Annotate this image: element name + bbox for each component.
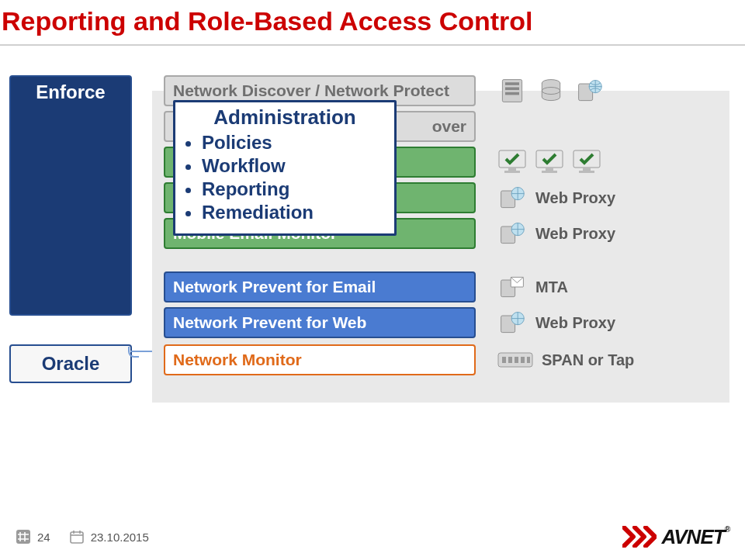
mail-server-icon [497, 273, 528, 301]
callout-item-policies: Policies [202, 131, 383, 154]
monitor-check-icon [497, 148, 528, 176]
label-web-proxy: Web Proxy [535, 225, 615, 243]
server-icon [497, 77, 528, 105]
globe-server-icon [497, 309, 528, 337]
label-mta: MTA [535, 278, 568, 296]
footer: 24 23.10.2015 AVNET® [0, 521, 745, 552]
svg-rect-12 [546, 168, 553, 171]
connector-line [130, 351, 152, 352]
enforce-box: Enforce [9, 75, 132, 316]
label-span-tap: SPAN or Tap [542, 351, 634, 369]
svg-rect-26 [502, 357, 506, 363]
globe-server-icon [497, 184, 528, 212]
svg-rect-2 [505, 88, 519, 91]
page-title: Reporting and Role-Based Access Control [0, 0, 745, 36]
targets-endpoint-discover [497, 147, 602, 178]
svg-rect-10 [504, 171, 520, 173]
monitor-check-icon [571, 148, 602, 176]
box-network-prevent-email: Network Prevent for Email [164, 271, 476, 302]
avnet-logo: AVNET® [622, 525, 729, 549]
title-separator [0, 44, 745, 46]
oracle-box: Oracle [9, 344, 132, 383]
globe-server-icon [574, 77, 605, 105]
targets-mobile-email-monitor: Web Proxy [497, 218, 615, 249]
svg-rect-1 [505, 82, 519, 85]
page-number: 24 [16, 529, 50, 544]
calendar-icon [69, 529, 85, 544]
administration-callout: Administration Policies Workflow Reporti… [173, 100, 397, 236]
svg-rect-27 [508, 357, 512, 363]
architecture-diagram: Enforce Oracle Network Discover / Networ… [0, 75, 745, 417]
callout-item-reporting: Reporting [202, 178, 383, 201]
targets-prevent-web: Web Proxy [497, 307, 615, 338]
svg-rect-28 [515, 357, 518, 363]
avnet-wordmark: AVNET® [661, 525, 729, 549]
svg-rect-32 [71, 532, 83, 543]
svg-rect-9 [508, 168, 516, 171]
svg-rect-16 [579, 171, 594, 173]
svg-rect-15 [583, 168, 591, 171]
svg-rect-30 [527, 357, 530, 363]
svg-rect-31 [16, 530, 30, 544]
avnet-chevrons-icon [622, 526, 657, 548]
svg-rect-3 [505, 92, 519, 95]
label-web-proxy: Web Proxy [535, 189, 615, 207]
targets-storage-icons [497, 75, 605, 106]
monitor-check-icon [534, 148, 565, 176]
box-network-monitor: Network Monitor [164, 344, 476, 375]
label-web-proxy: Web Proxy [535, 314, 615, 332]
slide-date: 23.10.2015 [69, 529, 149, 544]
hash-icon [16, 529, 31, 544]
callout-heading: Administration [186, 105, 383, 130]
svg-rect-13 [542, 171, 557, 173]
network-tap-icon [497, 348, 534, 372]
svg-rect-29 [521, 357, 525, 363]
callout-item-workflow: Workflow [202, 154, 383, 178]
targets-prevent-email: MTA [497, 271, 568, 302]
database-icon [535, 77, 567, 105]
callout-item-remediation: Remediation [202, 201, 383, 224]
targets-network-monitor: SPAN or Tap [497, 344, 634, 375]
box-network-prevent-web: Network Prevent for Web [164, 307, 476, 338]
globe-server-icon [497, 220, 528, 247]
targets-endpoint-prevent: Web Proxy [497, 182, 615, 213]
callout-list: Policies Workflow Reporting Remediation [186, 131, 383, 224]
